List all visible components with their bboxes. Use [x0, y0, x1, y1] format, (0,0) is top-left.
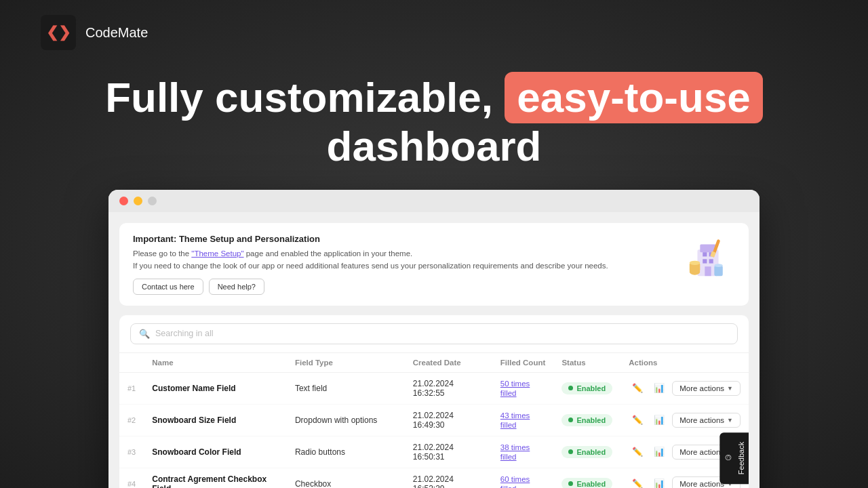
chart-icon-0[interactable]: 📊 [650, 380, 668, 397]
search-placeholder: Searching in all [155, 329, 213, 338]
status-badge-0: Enabled [561, 382, 612, 394]
row-filled-0: 50 times filled [492, 372, 554, 404]
logo-box: ❮❯ [41, 15, 76, 50]
more-actions-label-1: More actions [679, 416, 724, 424]
search-bar[interactable]: 🔍 Searching in all [130, 323, 738, 344]
action-icons-1: ✏️ 📊 More actions ▼ [629, 411, 741, 429]
table-container: Name Field Type Created Date Filled Coun… [119, 353, 749, 488]
theme-setup-link[interactable]: "Theme Setup" [191, 249, 243, 258]
more-actions-label-2: More actions [679, 448, 724, 456]
svg-rect-4 [703, 260, 707, 264]
search-icon: 🔍 [139, 329, 150, 339]
row-name-3: Contract Agrement Checkbox Field [144, 468, 287, 488]
row-status-0: Enabled [553, 372, 620, 404]
edit-icon-2[interactable]: ✏️ [629, 443, 646, 461]
chart-icon-2[interactable]: 📊 [650, 443, 668, 461]
row-filled-3: 60 times filled [492, 468, 554, 488]
row-filled-2: 38 times filled [492, 436, 554, 468]
feedback-tab[interactable]: ☺ Feedback [719, 432, 749, 484]
more-actions-label-3: More actions [679, 480, 724, 488]
banner: Important: Theme Setup and Personalizati… [119, 223, 749, 306]
chevron-down-icon-0: ▼ [727, 385, 733, 392]
status-dot-0 [568, 386, 573, 390]
status-dot-3 [568, 481, 573, 486]
row-date-0: 21.02.2024 16:32:55 [405, 372, 492, 404]
feedback-label: Feedback [737, 442, 745, 474]
row-num-1: #2 [119, 404, 144, 436]
row-filled-1: 43 times filled [492, 404, 554, 436]
more-actions-label-0: More actions [679, 384, 724, 392]
row-actions-1: ✏️ 📊 More actions ▼ [620, 404, 749, 436]
col-date: Created Date [405, 353, 492, 373]
svg-rect-5 [709, 260, 713, 264]
row-date-3: 21.02.2024 16:52:39 [405, 468, 492, 488]
banner-title: Important: Theme Setup and Personalizati… [133, 234, 608, 244]
chevron-down-icon-1: ▼ [727, 417, 733, 424]
filled-link-3[interactable]: 60 times filled [500, 475, 530, 488]
banner-line2: If you need to change the look of our ap… [133, 260, 608, 272]
need-help-button[interactable]: Need help? [209, 279, 264, 295]
col-status: Status [553, 353, 620, 373]
contact-us-button[interactable]: Contact us here [133, 279, 203, 295]
row-num-0: #1 [119, 372, 144, 404]
row-num-3: #4 [119, 468, 144, 488]
status-badge-3: Enabled [561, 478, 612, 488]
feedback-smiley-icon: ☺ [724, 453, 733, 464]
svg-point-13 [714, 264, 722, 268]
edit-icon-3[interactable]: ✏️ [629, 475, 646, 488]
row-type-0: Text field [287, 372, 405, 404]
banner-buttons: Contact us here Need help? [133, 279, 608, 295]
edit-icon-0[interactable]: ✏️ [629, 380, 646, 397]
col-name: Name [144, 353, 287, 373]
row-name-2: Snowboard Color Field [144, 436, 287, 468]
status-badge-1: Enabled [561, 414, 612, 426]
svg-point-11 [690, 261, 701, 265]
dot-gray[interactable] [148, 197, 157, 205]
col-type: Field Type [287, 353, 405, 373]
logo-icon: ❮❯ [46, 24, 71, 41]
status-dot-1 [568, 418, 573, 422]
more-actions-button-0[interactable]: More actions ▼ [672, 381, 741, 396]
action-icons-0: ✏️ 📊 More actions ▼ [629, 380, 741, 397]
browser-titlebar [108, 190, 760, 212]
chart-icon-1[interactable]: 📊 [650, 411, 668, 429]
hero-highlight: easy-to-use [505, 72, 763, 123]
row-status-3: Enabled [553, 468, 620, 488]
row-actions-0: ✏️ 📊 More actions ▼ [620, 372, 749, 404]
row-type-2: Radio buttons [287, 436, 405, 468]
hero-title: Fully customizable, easy-to-use dashboar… [0, 72, 868, 169]
row-status-2: Enabled [553, 436, 620, 468]
svg-rect-2 [703, 253, 707, 257]
filled-link-0[interactable]: 50 times filled [500, 380, 530, 397]
row-num-2: #3 [119, 436, 144, 468]
status-dot-2 [568, 449, 573, 454]
table-row: #3 Snowboard Color Field Radio buttons 2… [119, 436, 749, 468]
row-date-2: 21.02.2024 16:50:31 [405, 436, 492, 468]
fields-table: Name Field Type Created Date Filled Coun… [119, 353, 749, 488]
row-name-0: Customer Name Field [144, 372, 287, 404]
chart-icon-3[interactable]: 📊 [650, 475, 668, 488]
row-name-1: Snowboard Size Field [144, 404, 287, 436]
more-actions-button-1[interactable]: More actions ▼ [672, 413, 741, 428]
banner-illustration [681, 234, 735, 281]
table-row: #4 Contract Agrement Checkbox Field Chec… [119, 468, 749, 488]
filled-link-2[interactable]: 38 times filled [500, 443, 530, 461]
dot-red[interactable] [119, 197, 128, 205]
table-row: #2 Snowboard Size Field Dropdown with op… [119, 404, 749, 436]
dot-yellow[interactable] [134, 197, 142, 205]
app-content: Important: Theme Setup and Personalizati… [108, 212, 760, 488]
filled-link-1[interactable]: 43 times filled [500, 411, 530, 429]
table-section: 🔍 Searching in all Name Field Type Creat… [119, 315, 749, 488]
row-type-3: Checkbox [287, 468, 405, 488]
col-actions: Actions [620, 353, 749, 373]
hero-prefix: Fully customizable, [105, 74, 493, 121]
row-date-1: 21.02.2024 16:49:30 [405, 404, 492, 436]
browser-window: Important: Theme Setup and Personalizati… [108, 190, 760, 488]
edit-icon-1[interactable]: ✏️ [629, 411, 646, 429]
hero-suffix: dashboard [327, 123, 542, 169]
banner-line1: Please go to the "Theme Setup" page and … [133, 248, 608, 260]
col-num [119, 353, 144, 373]
row-type-1: Dropdown with options [287, 404, 405, 436]
col-filled: Filled Count [492, 353, 554, 373]
svg-rect-6 [705, 267, 711, 277]
